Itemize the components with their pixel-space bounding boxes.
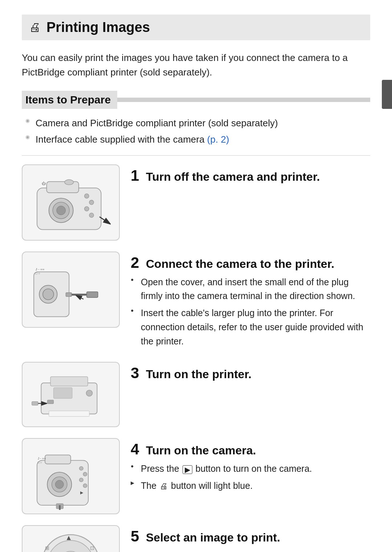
step-3-header: 3 Turn on the printer.	[131, 365, 370, 381]
step-1-header: 1 Turn off the camera and printer.	[131, 168, 370, 184]
step-1-number: 1	[131, 168, 142, 183]
step-4-number: 4	[131, 442, 142, 457]
section-header-line	[117, 98, 370, 102]
step-4-header: 4 Turn on the camera.	[131, 442, 370, 457]
step-3-row: 3 Turn on the printer.	[22, 362, 370, 427]
intro-text: You can easily print the images you have…	[22, 50, 370, 80]
step-1-title: Turn off the camera and printer.	[146, 170, 320, 184]
svg-point-31	[79, 466, 83, 470]
step-4-bullet-1: Press the ▶ button to turn on the camera…	[131, 462, 370, 476]
svg-point-8	[89, 213, 94, 217]
right-tab	[382, 80, 392, 109]
step-3-image	[22, 362, 120, 427]
step-5-header: 5 Select an image to print.	[131, 529, 370, 544]
svg-text:⏻: ⏻	[42, 181, 46, 185]
divider	[22, 155, 370, 156]
step-2-image: J - == □ ○	[22, 252, 120, 328]
step-2-bullet-2: Insert the cable's larger plug into the …	[131, 306, 370, 348]
svg-rect-12	[66, 293, 72, 297]
svg-text:J - ==: J - ==	[36, 267, 45, 271]
svg-rect-21	[49, 411, 89, 416]
step-2-number: 2	[131, 255, 142, 270]
svg-point-6	[89, 200, 94, 204]
step-2-bullet-1: Open the cover, and insert the small end…	[131, 275, 370, 303]
svg-point-33	[79, 478, 83, 482]
step-4-bullet-2: The 🖨 button will light blue.	[131, 479, 370, 493]
svg-rect-14	[87, 292, 98, 298]
svg-point-4	[57, 206, 66, 215]
page-title: Printing Images	[46, 20, 150, 35]
svg-text:⊞: ⊞	[45, 545, 49, 551]
step-1-content: 1 Turn off the camera and printer.	[131, 164, 370, 188]
svg-text:□ ○: □ ○	[38, 461, 42, 464]
step-5-row: FUNC SET ▲ ▼ ◀ ▶ ⊞ ⊡ ⊛ ⊕ 5 Select an ima…	[22, 525, 370, 552]
title-bar: 🖨 Printing Images	[22, 15, 370, 40]
step-3-title: Turn on the printer.	[146, 368, 252, 381]
step-2-content: 2 Connect the camera to the printer. Ope…	[131, 252, 370, 351]
svg-rect-20	[50, 377, 88, 386]
step-2-title: Connect the camera to the printer.	[146, 257, 334, 271]
print-button-icon: 🖨	[160, 480, 168, 492]
svg-point-30	[56, 480, 64, 488]
step-4-content: 4 Turn on the camera. Press the ▶ button…	[131, 438, 370, 496]
step-1-image: ⏻	[22, 164, 120, 241]
list-item: Camera and PictBridge compliant printer …	[25, 116, 370, 130]
svg-rect-27	[45, 455, 71, 464]
step-4-image: ▶ J - == □ ○	[22, 438, 120, 514]
svg-text:▲: ▲	[65, 533, 72, 541]
svg-point-9	[65, 180, 74, 185]
svg-point-34	[83, 484, 87, 488]
step-5-content: 5 Select an image to print. Press the ◀▶…	[131, 525, 370, 552]
svg-rect-24	[48, 400, 54, 404]
step-2-header: 2 Connect the camera to the printer.	[131, 255, 370, 271]
svg-rect-22	[54, 388, 72, 398]
step-3-number: 3	[131, 365, 142, 381]
play-button-icon: ▶	[183, 465, 192, 474]
step-5-image: FUNC SET ▲ ▼ ◀ ▶ ⊞ ⊡ ⊛ ⊕	[22, 525, 120, 552]
step-5-title: Select an image to print.	[146, 531, 280, 544]
svg-text:J - ==: J - ==	[38, 457, 46, 460]
items-list: Camera and PictBridge compliant printer …	[22, 116, 370, 147]
svg-point-16	[43, 289, 54, 300]
svg-point-23	[86, 390, 93, 396]
link-p2[interactable]: (p. 2)	[207, 134, 229, 145]
svg-rect-25	[32, 402, 38, 405]
svg-point-32	[83, 472, 87, 476]
svg-point-7	[85, 207, 89, 211]
svg-rect-1	[47, 181, 79, 193]
step-2-bullets: Open the cover, and insert the small end…	[131, 275, 370, 348]
svg-text:□ ○: □ ○	[36, 271, 40, 275]
step-4-bullets: Press the ▶ button to turn on the camera…	[131, 462, 370, 493]
step-5-bullet-1: Press the ◀▶ buttons or turn the ○ dial …	[131, 549, 370, 552]
svg-text:⊡: ⊡	[90, 545, 94, 551]
step-2-row: J - == □ ○ 2 Connect the camera to the p…	[22, 252, 370, 351]
step-5-bullets: Press the ◀▶ buttons or turn the ○ dial …	[131, 549, 370, 552]
step-4-title: Turn on the camera.	[146, 444, 256, 457]
list-item: Interface cable supplied with the camera…	[25, 132, 370, 147]
step-4-row: ▶ J - == □ ○ 4 Turn on the camera. Press…	[22, 438, 370, 514]
printer-icon: 🖨	[29, 21, 41, 34]
step-3-content: 3 Turn on the printer.	[131, 362, 370, 385]
section-title: Items to Prepare	[22, 91, 117, 109]
step-5-number: 5	[131, 529, 142, 544]
svg-point-5	[85, 194, 89, 198]
section-header: Items to Prepare	[22, 91, 370, 109]
svg-text:▶: ▶	[80, 490, 83, 495]
step-1-row: ⏻ 1 Turn off the camera and printer.	[22, 164, 370, 241]
